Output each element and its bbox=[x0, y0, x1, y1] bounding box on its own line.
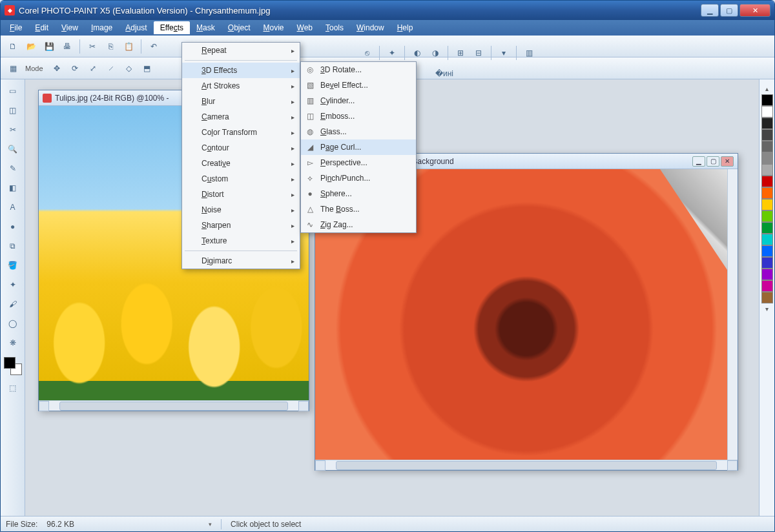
3d-effects-submenu[interactable]: ◎3D Rotate...▧Bevel Effect...▥Cylinder..… bbox=[300, 61, 417, 233]
menu-image[interactable]: Image bbox=[85, 21, 119, 34]
palette-color[interactable] bbox=[761, 257, 773, 269]
palette-color[interactable] bbox=[761, 141, 773, 152]
menu-edit[interactable]: Edit bbox=[28, 21, 55, 34]
menu-file[interactable]: File bbox=[3, 21, 28, 34]
palette-color[interactable] bbox=[761, 234, 773, 245]
palette-color[interactable] bbox=[761, 245, 773, 257]
menu-adjust[interactable]: Adjust bbox=[119, 21, 153, 34]
palette-color[interactable] bbox=[761, 129, 773, 141]
effects-menu-dropdown[interactable]: Repeat▸3D Effects▸Art Strokes▸Blur▸Camer… bbox=[181, 42, 300, 269]
fill-tool[interactable]: 🪣 bbox=[4, 256, 22, 274]
move-tool-icon[interactable]: ✥ bbox=[48, 60, 65, 77]
paste-button[interactable]: 📋 bbox=[120, 38, 137, 55]
menu-movie[interactable]: Movie bbox=[257, 21, 291, 34]
pick-tool[interactable]: ▭ bbox=[4, 82, 22, 100]
effects-item-digimarc[interactable]: Digimarc▸ bbox=[182, 253, 300, 269]
effects-item-art-strokes[interactable]: Art Strokes▸ bbox=[182, 78, 300, 94]
horizontal-scrollbar[interactable] bbox=[39, 400, 309, 411]
open-button[interactable]: 📂 bbox=[23, 38, 39, 55]
nav-icon[interactable]: �ині bbox=[436, 65, 453, 82]
palette-color[interactable] bbox=[761, 94, 773, 106]
3d-item-sphere[interactable]: ●Sphere... bbox=[301, 186, 416, 201]
effects-item-sharpen[interactable]: Sharpen▸ bbox=[182, 218, 300, 233]
doc-minimize-button[interactable]: ▁ bbox=[692, 156, 705, 167]
effects-item-texture[interactable]: Texture▸ bbox=[182, 233, 300, 249]
palette-up-arrow[interactable]: ▴ bbox=[765, 83, 769, 94]
shape-tool[interactable]: ◯ bbox=[4, 314, 22, 332]
eraser-tool[interactable]: ◧ bbox=[4, 179, 22, 197]
copy-button[interactable]: ⎘ bbox=[102, 38, 119, 55]
rotate-tool-icon[interactable]: ⟳ bbox=[67, 60, 83, 77]
redeye-tool[interactable]: ● bbox=[4, 218, 22, 236]
palette-color[interactable] bbox=[761, 269, 773, 280]
menu-tools[interactable]: Tools bbox=[319, 21, 350, 34]
palette-color[interactable] bbox=[761, 176, 773, 187]
print-button[interactable]: 🖶 bbox=[59, 38, 76, 55]
eyedropper-tool[interactable]: ✎ bbox=[4, 159, 22, 178]
crop-tool[interactable]: ✂ bbox=[4, 121, 22, 139]
mask-tool[interactable]: ◫ bbox=[4, 101, 22, 119]
image-sprayer-tool[interactable]: ❋ bbox=[4, 334, 22, 352]
undo-button[interactable]: ↶ bbox=[145, 38, 162, 55]
effects-item-blur[interactable]: Blur▸ bbox=[182, 94, 300, 109]
reset-colors-icon[interactable]: ⬚ bbox=[4, 379, 22, 397]
close-button[interactable]: ✕ bbox=[739, 4, 770, 17]
menu-object[interactable]: Object bbox=[222, 21, 257, 34]
foreground-color-swatch[interactable] bbox=[4, 357, 16, 369]
menu-window[interactable]: Window bbox=[350, 21, 391, 34]
doc-maximize-button[interactable]: ▢ bbox=[707, 156, 719, 167]
3d-item-zig-zag[interactable]: ∿Zig Zag... bbox=[301, 217, 416, 232]
menu-help[interactable]: Help bbox=[391, 21, 420, 34]
vertical-scrollbar[interactable] bbox=[727, 169, 738, 460]
palette-color[interactable] bbox=[761, 199, 773, 210]
3d-item-page-curl[interactable]: ◢Page Curl... bbox=[301, 139, 416, 155]
palette-color[interactable] bbox=[761, 164, 773, 176]
zoom-tool[interactable]: 🔍 bbox=[4, 140, 22, 158]
skew-tool-icon[interactable]: ⟋ bbox=[103, 60, 119, 77]
new-button[interactable]: 🗋 bbox=[5, 38, 21, 55]
effects-item-repeat[interactable]: Repeat▸ bbox=[182, 43, 300, 58]
palette-color[interactable] bbox=[761, 106, 773, 118]
options-a-icon[interactable]: ⊞ bbox=[452, 45, 469, 61]
brush-icon[interactable]: ✦ bbox=[384, 45, 400, 61]
palette-color[interactable] bbox=[761, 222, 773, 234]
effects-item-contour[interactable]: Contour▸ bbox=[182, 140, 300, 156]
dropdown-icon[interactable]: ▾ bbox=[495, 45, 512, 61]
palette-down-arrow[interactable]: ▾ bbox=[765, 303, 769, 314]
launch-icon[interactable]: ⎋ bbox=[358, 45, 375, 61]
3d-item-perspective[interactable]: ▻Perspective... bbox=[301, 155, 416, 170]
effects-item-creative[interactable]: Creative▸ bbox=[182, 156, 300, 171]
menu-web[interactable]: Web bbox=[291, 21, 319, 34]
toggle-b-icon[interactable]: ◑ bbox=[427, 45, 444, 61]
color-swatches[interactable] bbox=[4, 357, 22, 375]
effects-item-custom[interactable]: Custom▸ bbox=[182, 171, 300, 187]
3d-item-pinch-punch[interactable]: ⟡Pinch/Punch... bbox=[301, 170, 416, 186]
minimize-button[interactable]: ▁ bbox=[701, 4, 719, 17]
menu-view[interactable]: View bbox=[55, 21, 85, 34]
effect-tool[interactable]: ✦ bbox=[4, 276, 22, 294]
text-tool[interactable]: A bbox=[4, 198, 22, 216]
cut-button[interactable]: ✂ bbox=[84, 38, 101, 55]
effects-item-noise[interactable]: Noise▸ bbox=[182, 202, 300, 218]
palette-color[interactable] bbox=[761, 118, 773, 129]
effects-item-3d-effects[interactable]: 3D Effects▸ bbox=[182, 63, 300, 78]
menu-effects[interactable]: Effects bbox=[154, 21, 190, 34]
distort-tool-icon[interactable]: ◇ bbox=[121, 60, 138, 77]
3d-item-bevel-effect[interactable]: ▧Bevel Effect... bbox=[301, 77, 416, 93]
panel-icon[interactable]: ▥ bbox=[521, 45, 537, 61]
options-b-icon[interactable]: ⊟ bbox=[470, 45, 487, 61]
3d-item-the-boss[interactable]: △The Boss... bbox=[301, 201, 416, 217]
clone-tool[interactable]: ⧉ bbox=[4, 237, 22, 255]
effects-item-distort[interactable]: Distort▸ bbox=[182, 187, 300, 202]
3d-item-cylinder[interactable]: ▥Cylinder... bbox=[301, 93, 416, 108]
scale-tool-icon[interactable]: ⤢ bbox=[85, 60, 101, 77]
palette-color[interactable] bbox=[761, 280, 773, 292]
palette-color[interactable] bbox=[761, 187, 773, 199]
3d-item-3d-rotate[interactable]: ◎3D Rotate... bbox=[301, 62, 416, 77]
perspective-tool-icon[interactable]: ⬒ bbox=[139, 60, 156, 77]
palette-color[interactable] bbox=[761, 292, 773, 303]
toggle-a-icon[interactable]: ◐ bbox=[409, 45, 426, 61]
horizontal-scrollbar[interactable] bbox=[315, 460, 738, 470]
effects-item-color-transform[interactable]: Color Transform▸ bbox=[182, 125, 300, 140]
effects-item-camera[interactable]: Camera▸ bbox=[182, 109, 300, 125]
